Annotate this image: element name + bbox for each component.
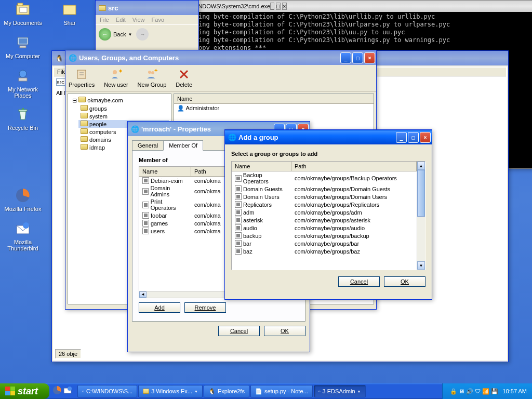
svg-point-11 — [23, 222, 29, 229]
list-row[interactable]: backupcom/okmaybe/groups/backup — [232, 232, 417, 240]
ok-button[interactable]: OK — [264, 326, 305, 336]
cancel-button[interactable]: Cancel — [338, 276, 380, 287]
close-button[interactable]: × — [420, 132, 431, 143]
task-items: ▫C:\WINDOWS\S... 3 Windows Ex...▼ 🐧Explo… — [75, 385, 442, 397]
desktop-icon-recycle-bin[interactable]: Recycle Bin — [3, 106, 43, 131]
addgrp-title: Add a group — [238, 134, 396, 141]
view-menu[interactable]: View — [132, 17, 145, 23]
desktop-icon-firefox[interactable]: Mozilla Firefox — [3, 187, 43, 212]
tray-icon[interactable]: 🛡 — [475, 388, 481, 394]
minimize-button[interactable]: _ — [270, 3, 274, 10]
group-icon — [235, 185, 242, 192]
list-header-name[interactable]: Name — [174, 94, 374, 104]
icon-label: Recycle Bin — [3, 125, 43, 131]
add-button[interactable]: Add — [139, 302, 180, 313]
desktop-icon-thunderbird[interactable]: Mozilla Thunderbird — [3, 220, 43, 251]
group-icon — [235, 201, 242, 208]
tree-root[interactable]: ⊟ okmaybe.com — [70, 96, 169, 104]
newgroup-tool[interactable]: ✦ New Group — [138, 68, 167, 88]
back-icon[interactable]: ← — [99, 28, 111, 41]
svg-rect-8 — [19, 110, 27, 111]
ql-firefox-icon[interactable] — [52, 385, 62, 397]
task-cmd[interactable]: ▫C:\WINDOWS\S... — [77, 385, 137, 397]
file-menu[interactable]: File — [100, 17, 109, 23]
list-row[interactable]: admcom/okmaybe/groups/adm — [232, 208, 417, 216]
tree-item-groups[interactable]: groups — [78, 104, 169, 112]
col-name[interactable]: Name — [232, 162, 291, 171]
list-row[interactable]: barcom/okmaybe/groups/bar — [232, 240, 417, 247]
list-row[interactable]: Replicatorscom/okmaybe/groups/Replicator… — [232, 201, 417, 208]
desktop-icon-network-places[interactable]: My Network Places — [3, 68, 43, 99]
scroll-up-icon[interactable]: ▲ — [417, 162, 425, 170]
maximize-button[interactable]: □ — [276, 3, 281, 10]
icon-label: Shar — [50, 20, 89, 26]
taskbar: start ▫C:\WINDOWS\S... 3 Windows Ex...▼ … — [0, 383, 532, 399]
maximize-button[interactable]: □ — [408, 132, 419, 143]
edit-menu[interactable]: Edit — [116, 17, 126, 23]
folder-icon — [99, 5, 106, 11]
tab-memberof[interactable]: Member Of — [163, 140, 203, 151]
ok-button[interactable]: OK — [384, 276, 425, 287]
cmd-titlebar[interactable]: ▫ C:\WINDOWS\System32\cmd.exe _ □ × — [179, 1, 532, 12]
start-button[interactable]: start — [0, 383, 49, 399]
minimize-button[interactable]: _ — [396, 132, 407, 143]
icon-label: Mozilla Thunderbird — [3, 239, 43, 251]
forward-icon[interactable]: → — [136, 28, 149, 41]
tree-item-system[interactable]: system — [78, 112, 169, 120]
list-row[interactable]: bazcom/okmaybe/groups/baz — [232, 247, 417, 255]
src-toolbar: ← Back ▼ → — [96, 24, 198, 44]
desktop-icon-shar[interactable]: Shar — [50, 1, 89, 26]
tray-icon[interactable]: 🔊 — [466, 388, 473, 395]
src-titlebar[interactable]: src — [96, 1, 198, 15]
icon-label: My Network Places — [3, 86, 43, 99]
scroll-thumb[interactable] — [417, 170, 425, 217]
favorites-menu[interactable]: Favo — [152, 17, 164, 23]
task-notepad[interactable]: 📄setup.py - Note... — [250, 385, 313, 397]
tray-icon[interactable]: 💾 — [491, 388, 498, 395]
remove-button[interactable]: Remove — [184, 302, 226, 313]
newuser-tool[interactable]: ✦ New user — [104, 68, 128, 88]
status-bar: 26 obje — [55, 349, 81, 358]
maximize-button[interactable]: □ — [352, 52, 363, 63]
tray-icon[interactable]: 📶 — [482, 388, 489, 395]
clock[interactable]: 10:57 AM — [503, 388, 527, 394]
back-button[interactable]: Back — [113, 31, 126, 37]
vertical-scrollbar[interactable]: ▲ ▼ — [417, 162, 425, 270]
quick-launch — [49, 385, 75, 397]
task-explore2fs[interactable]: 🐧Explore2fs — [204, 385, 249, 397]
minimize-button[interactable]: _ — [340, 52, 351, 63]
scroll-down-icon[interactable]: ▼ — [417, 261, 425, 270]
desktop-icon-my-computer[interactable]: My Computer — [3, 34, 43, 59]
icon-label: My Documents — [3, 20, 43, 26]
svg-point-16 — [113, 70, 117, 74]
list-row[interactable]: Domain Userscom/okmaybe/groups/Domain Us… — [232, 193, 417, 201]
svg-rect-5 — [20, 46, 26, 48]
svg-point-6 — [19, 70, 26, 77]
close-button[interactable]: × — [282, 3, 286, 10]
dropdown-icon[interactable]: ▼ — [128, 32, 132, 37]
delete-tool[interactable]: Delete — [176, 68, 192, 88]
properties-tool[interactable]: Properties — [69, 68, 95, 88]
tray-icon[interactable]: 🔒 — [450, 388, 457, 395]
cancel-button[interactable]: Cancel — [218, 326, 260, 336]
desktop-icon-my-documents[interactable]: My Documents — [3, 1, 43, 26]
list-row[interactable]: Backup Operatorscom/okmaybe/groups/Backu… — [232, 171, 417, 185]
list-row[interactable]: Domain Guestscom/okmaybe/groups/Domain G… — [232, 185, 417, 193]
close-button[interactable]: × — [364, 52, 375, 63]
group-icon — [235, 217, 242, 223]
tab-general[interactable]: General — [132, 140, 164, 150]
col-name[interactable]: Name — [139, 167, 191, 176]
list-row[interactable]: audiocom/okmaybe/groups/audio — [232, 224, 417, 232]
task-explorer[interactable]: 3 Windows Ex...▼ — [138, 385, 203, 397]
svg-text:✦: ✦ — [154, 68, 158, 73]
col-path[interactable]: Path — [291, 162, 417, 171]
list-row[interactable]: asteriskcom/okmaybe/groups/asterisk — [232, 216, 417, 224]
src-explorer-window: src File Edit View Favo ← Back ▼ → — [95, 0, 199, 57]
group-list: Name Path Backup Operatorscom/okmaybe/gr… — [231, 161, 425, 270]
ql-thunderbird-icon[interactable] — [63, 385, 72, 397]
task-edsadmin[interactable]: ▫3 EDSAdmin▼ — [314, 385, 366, 397]
tray-icon[interactable]: 🖥 — [459, 388, 464, 394]
addgrp-titlebar[interactable]: 🌐 Add a group _ □ × — [225, 130, 432, 144]
list-item-administrator[interactable]: 👤 Administrator — [174, 104, 374, 113]
ugc-titlebar[interactable]: 🌐 Users, Groups, and Computers _ □ × — [65, 50, 376, 65]
